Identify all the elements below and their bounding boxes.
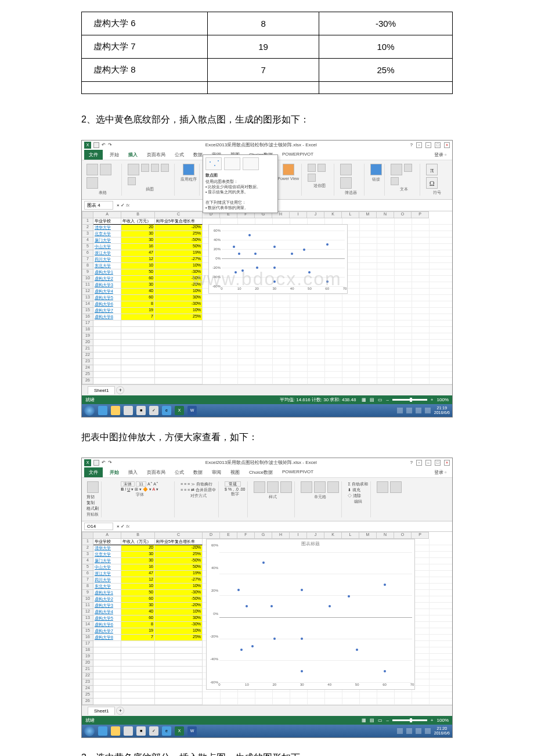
cell[interactable]: 中山大学 bbox=[93, 244, 121, 250]
tray-icon[interactable] bbox=[425, 408, 431, 413]
cell[interactable]: 虚构大学3 bbox=[93, 603, 121, 609]
cell[interactable]: 25% bbox=[155, 314, 203, 321]
cell[interactable]: 清华大学 bbox=[93, 545, 121, 552]
cancel-icon[interactable]: × bbox=[117, 524, 120, 529]
cell[interactable] bbox=[93, 679, 121, 686]
cell[interactable]: -27% bbox=[155, 257, 203, 263]
row-header[interactable]: 13 bbox=[82, 615, 93, 622]
data-point[interactable] bbox=[301, 670, 303, 672]
row-header[interactable]: 21 bbox=[82, 667, 93, 673]
cell[interactable] bbox=[155, 654, 203, 660]
data-point[interactable] bbox=[240, 649, 243, 651]
rec-pivot-icon[interactable] bbox=[100, 164, 111, 175]
scatter-option-icon[interactable] bbox=[243, 157, 259, 170]
close-button[interactable]: × bbox=[444, 142, 450, 148]
font-size-combo[interactable]: 11 bbox=[136, 481, 146, 487]
chart-title[interactable]: 图表标题 bbox=[207, 539, 414, 548]
zoom-slider[interactable] bbox=[392, 399, 427, 401]
find-select-button[interactable] bbox=[390, 481, 402, 493]
data-point[interactable] bbox=[251, 645, 254, 647]
cell[interactable]: 30% bbox=[155, 615, 203, 622]
header-footer-icon[interactable] bbox=[404, 164, 412, 172]
cell[interactable]: 虚构大学7 bbox=[93, 628, 121, 635]
data-point[interactable] bbox=[237, 589, 240, 591]
data-point[interactable] bbox=[308, 271, 311, 273]
cell[interactable]: 10% bbox=[155, 263, 203, 269]
row-header[interactable]: 14 bbox=[82, 301, 93, 308]
col-header[interactable]: M bbox=[359, 532, 377, 539]
cell[interactable] bbox=[121, 372, 155, 378]
row-header[interactable]: 8 bbox=[82, 263, 93, 269]
row-header[interactable]: 25 bbox=[82, 692, 93, 699]
cell[interactable] bbox=[93, 641, 121, 647]
help-icon[interactable]: ? bbox=[410, 142, 413, 148]
cell[interactable]: -30% bbox=[155, 622, 203, 628]
view-break-icon[interactable]: ▭ bbox=[378, 397, 383, 402]
cell[interactable]: 10 bbox=[121, 584, 155, 590]
scatter-option-icon[interactable] bbox=[205, 157, 222, 170]
cell[interactable]: 50% bbox=[155, 564, 203, 571]
cell[interactable] bbox=[121, 333, 155, 340]
cell[interactable] bbox=[93, 673, 121, 679]
col-header[interactable]: P bbox=[412, 532, 429, 539]
excel-taskbar-icon[interactable]: X bbox=[175, 406, 184, 415]
cell[interactable] bbox=[121, 346, 155, 352]
ribbon-tab[interactable]: 数据 bbox=[191, 467, 205, 477]
cell[interactable] bbox=[93, 667, 121, 673]
cell[interactable]: 50% bbox=[155, 244, 203, 250]
col-header[interactable]: I bbox=[290, 211, 307, 218]
col-header[interactable]: M bbox=[359, 211, 377, 218]
pivot-table-icon[interactable] bbox=[86, 164, 98, 175]
cell[interactable] bbox=[155, 327, 203, 333]
row-header[interactable]: 11 bbox=[82, 603, 93, 609]
cell[interactable] bbox=[121, 641, 155, 647]
cell[interactable]: -50% bbox=[155, 237, 203, 244]
cell[interactable]: 60 bbox=[121, 615, 155, 622]
cell[interactable]: 毕业学校 bbox=[93, 218, 121, 225]
redo-icon[interactable]: ↷ bbox=[108, 460, 112, 465]
col-header[interactable]: O bbox=[394, 532, 412, 539]
browser-icon[interactable]: e bbox=[162, 726, 171, 736]
data-point[interactable] bbox=[273, 638, 276, 640]
cell[interactable]: 19% bbox=[155, 571, 203, 577]
row-header[interactable]: 2 bbox=[82, 225, 93, 231]
row-header[interactable]: 8 bbox=[82, 584, 93, 590]
cell[interactable]: 刚毕业5年复合增长率 bbox=[155, 539, 203, 545]
row-header[interactable]: 17 bbox=[82, 641, 93, 647]
explorer-icon[interactable] bbox=[111, 406, 120, 415]
cell[interactable]: 25% bbox=[155, 635, 203, 641]
cell[interactable]: 7 bbox=[121, 314, 155, 321]
row-header[interactable]: 14 bbox=[82, 622, 93, 628]
cell[interactable]: 7 bbox=[121, 635, 155, 641]
cell[interactable] bbox=[121, 679, 155, 686]
tray-icon[interactable] bbox=[397, 408, 403, 413]
row-header[interactable]: 26 bbox=[82, 378, 93, 384]
ribbon-tab[interactable]: 页面布局 bbox=[145, 150, 168, 160]
cell[interactable]: 东北大学 bbox=[93, 584, 121, 590]
cell[interactable]: 东北大学 bbox=[93, 263, 121, 269]
cell[interactable]: 30 bbox=[121, 231, 155, 237]
cell[interactable]: 16 bbox=[121, 244, 155, 250]
row-header[interactable]: 4 bbox=[82, 237, 93, 244]
help-icon[interactable]: ? bbox=[410, 460, 413, 466]
cell-style-button[interactable] bbox=[280, 481, 292, 493]
file-tab[interactable]: 文件 bbox=[84, 150, 103, 160]
data-point[interactable] bbox=[326, 243, 329, 246]
data-point[interactable] bbox=[273, 246, 276, 248]
row-header[interactable]: 9 bbox=[82, 269, 93, 276]
screenshot-icon[interactable] bbox=[128, 177, 136, 185]
cell[interactable]: 30 bbox=[121, 237, 155, 244]
col-header[interactable]: C bbox=[155, 211, 203, 218]
cell[interactable]: 年收入（万元） bbox=[121, 539, 155, 545]
cell[interactable]: -30% bbox=[155, 301, 203, 308]
cell[interactable]: 30 bbox=[121, 603, 155, 609]
sparkline-wl-icon[interactable] bbox=[308, 174, 316, 182]
data-point[interactable] bbox=[248, 234, 251, 236]
clock[interactable]: 21:192016/6/6 bbox=[434, 406, 450, 415]
data-point[interactable] bbox=[238, 253, 240, 255]
cell[interactable] bbox=[155, 321, 203, 327]
cell[interactable]: 虚构大学8 bbox=[93, 635, 121, 641]
view-layout-icon[interactable]: ▤ bbox=[370, 397, 374, 402]
row-header[interactable]: 1 bbox=[82, 218, 93, 225]
equation-icon[interactable]: π bbox=[426, 164, 438, 175]
